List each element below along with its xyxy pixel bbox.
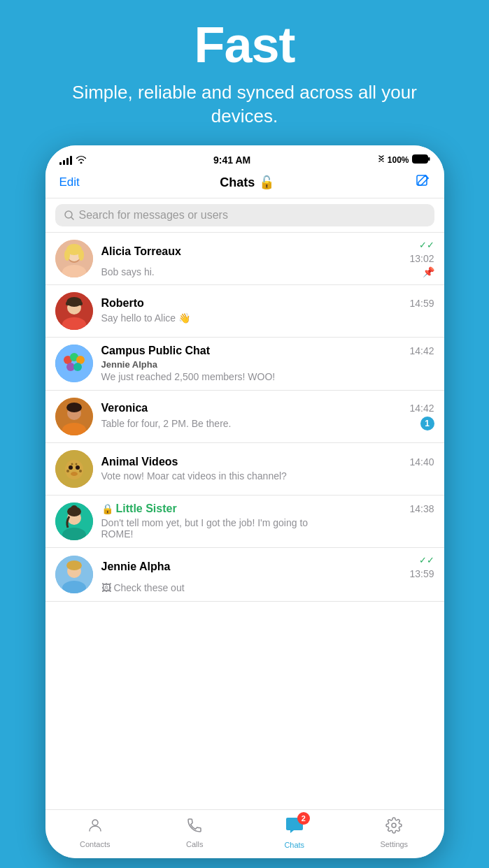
svg-point-28 [69,465,73,470]
phone-frame: 9:41 AM 100% Edit Chats 🔓 [45,145,444,858]
svg-point-43 [66,560,82,570]
chat-name-sister: Little Sister [116,502,177,515]
svg-point-39 [71,505,78,512]
settings-icon [385,817,402,838]
svg-point-45 [392,823,396,827]
chat-time-jennie: 13:59 [409,568,434,579]
chat-name-jennie: Jennie Alpha [101,560,171,573]
nav-title: Chats 🔓 [220,175,274,190]
tab-settings[interactable]: Settings [344,817,444,848]
svg-point-30 [71,472,78,476]
chat-sub-campus: Jennie Alpha [101,359,434,370]
chat-time-sister: 14:38 [409,503,434,514]
hero-area: Fast Simple, reliable and synced across … [0,0,489,145]
chats-title: Chats [220,175,255,190]
svg-point-32 [79,470,82,472]
hero-title: Fast [194,20,295,70]
chat-name-animal: Animal Videos [101,456,178,468]
unread-badge-veronica: 1 [420,417,434,431]
chat-content-animal: Animal Videos 14:40 Vote now! Moar cat v… [101,456,434,482]
svg-point-25 [66,403,82,412]
chat-content-veronica: Veronica 14:42 Table for four, 2 PM. Be … [101,402,434,431]
svg-point-9 [64,249,70,261]
signal-bars [59,155,72,165]
chat-preview-row-veronica: Table for four, 2 PM. Be there. 1 [101,417,434,431]
chat-name-campus: Campus Public Chat [101,345,211,357]
chat-meta-alicia: ✓✓ 13:02 [409,240,434,264]
bluetooth-icon [378,154,385,166]
chat-item-sister[interactable]: 🔒 Little Sister 14:38 Don't tell mom yet… [45,496,444,548]
lock-icon-sister: 🔒 [101,503,113,514]
pin-icon-alicia: 📌 [423,266,434,277]
chat-content-roberto: Roberto 14:59 Say hello to Alice 👋 [101,297,434,324]
avatar-roberto [55,292,93,330]
edit-button[interactable]: Edit [59,175,80,189]
status-right: 100% [378,154,430,166]
compose-button[interactable] [415,173,430,192]
chat-item-animal[interactable]: Animal Videos 14:40 Vote now! Moar cat v… [45,443,444,496]
contacts-icon [87,817,104,838]
tab-label-settings: Settings [380,840,408,848]
tab-label-calls: Calls [186,840,203,848]
tab-contacts[interactable]: Contacts [45,817,146,848]
nav-bar: Edit Chats 🔓 [45,171,444,198]
chat-preview-jennie: 🖼 Check these out [101,582,185,593]
chat-meta-jennie: ✓✓ 13:59 [409,555,434,579]
search-bar-container: Search for messages or users [45,198,444,233]
chat-time-roberto: 14:59 [409,298,434,309]
tab-calls[interactable]: Calls [145,817,245,848]
chat-header-sister: 🔒 Little Sister 14:38 [101,502,434,515]
search-bar[interactable]: Search for messages or users [55,204,434,226]
status-left [59,154,87,166]
chat-time-animal: 14:40 [409,456,434,468]
chat-name-roberto: Roberto [101,297,144,310]
battery-percent: 100% [388,155,409,165]
chat-item-jennie[interactable]: Jennie Alpha ✓✓ 13:59 🖼 Check these out [45,548,444,602]
avatar-sister [55,502,93,540]
svg-rect-0 [412,154,427,163]
avatar-jennie [55,556,93,593]
chat-content-sister: 🔒 Little Sister 14:38 Don't tell mom yet… [101,502,434,540]
chat-preview-sister: Don't tell mom yet, but I got the job! I… [101,517,339,540]
search-placeholder: Search for messages or users [79,209,228,222]
avatar-animal [55,450,93,488]
wifi-icon [76,154,87,166]
svg-point-21 [73,363,82,371]
tab-chats[interactable]: 2 Chats [245,816,345,849]
chat-item-campus[interactable]: Campus Public Chat 14:42 Jennie Alpha We… [45,338,444,391]
chat-item-alicia[interactable]: Alicia Torreaux ✓✓ 13:02 Bob says hi. 📌 [45,233,444,285]
chat-item-veronica[interactable]: Veronica 14:42 Table for four, 2 PM. Be … [45,391,444,443]
chat-time-veronica: 14:42 [409,403,434,414]
chat-name-veronica: Veronica [101,402,148,414]
search-icon [64,210,75,221]
chat-header-veronica: Veronica 14:42 [101,402,434,414]
avatar-alicia [55,240,93,277]
svg-point-44 [92,820,98,825]
chat-preview-veronica: Table for four, 2 PM. Be there. [101,418,232,429]
chat-preview-animal: Vote now! Moar cat videos in this channe… [101,470,339,482]
chat-header-jennie: Jennie Alpha ✓✓ 13:59 [101,555,434,579]
lock-icon: 🔓 [259,175,274,190]
chat-name-alicia: Alicia Torreaux [101,245,181,258]
tab-bar: Contacts Calls 2 Chats [45,809,444,858]
avatar-campus [55,345,93,382]
chat-item-roberto[interactable]: Roberto 14:59 Say hello to Alice 👋 [45,285,444,338]
read-receipt-jennie: ✓✓ [419,555,434,565]
status-time: 9:41 AM [213,154,250,166]
chats-icon: 2 [285,816,304,839]
svg-point-16 [55,345,93,382]
hero-subtitle: Simple, reliable and synced across all y… [0,81,489,129]
chat-content-campus: Campus Public Chat 14:42 Jennie Alpha We… [101,345,434,383]
tab-label-chats: Chats [284,841,304,849]
svg-point-31 [66,470,69,472]
tab-label-contacts: Contacts [80,840,110,848]
svg-point-10 [78,249,84,261]
svg-rect-1 [428,157,430,161]
calls-icon [186,817,203,838]
chat-list: Alicia Torreaux ✓✓ 13:02 Bob says hi. 📌 [45,233,444,809]
avatar-veronica [55,398,93,435]
svg-point-33 [71,463,73,465]
chat-preview-row-alicia: Bob says hi. 📌 [101,266,434,277]
chat-header-animal: Animal Videos 14:40 [101,456,434,468]
chat-header-campus: Campus Public Chat 14:42 [101,345,434,357]
